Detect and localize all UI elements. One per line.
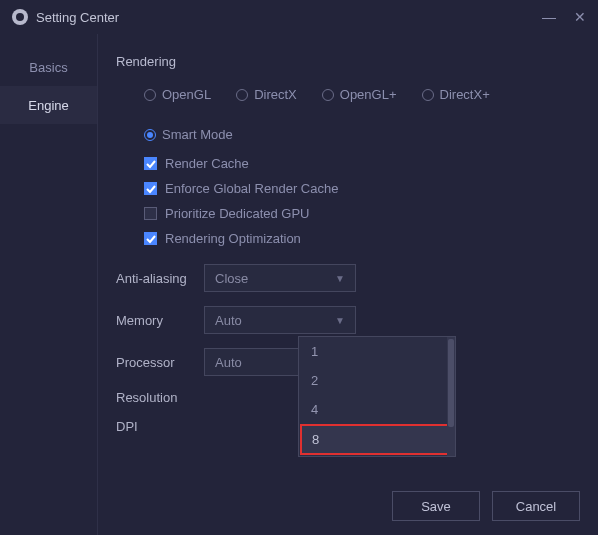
radio-label: OpenGL+	[340, 87, 397, 102]
select-anti-aliasing[interactable]: Close ▼	[204, 264, 356, 292]
option-label: 2	[311, 373, 318, 388]
save-button[interactable]: Save	[392, 491, 480, 521]
dropdown-option-highlighted[interactable]: 8	[300, 424, 454, 455]
row-memory: Memory Auto ▼	[116, 306, 572, 334]
select-value: Close	[215, 271, 248, 286]
sidebar: Basics Engine	[0, 34, 98, 535]
chevron-down-icon: ▼	[335, 273, 345, 284]
radio-directx-plus[interactable]: DirectX+	[422, 87, 490, 102]
footer-buttons: Save Cancel	[392, 491, 580, 521]
check-label: Rendering Optimization	[165, 231, 301, 246]
check-label: Prioritize Dedicated GPU	[165, 206, 310, 221]
checkbox-icon	[144, 157, 157, 170]
check-label: Render Cache	[165, 156, 249, 171]
radio-opengl-plus[interactable]: OpenGL+	[322, 87, 397, 102]
sidebar-item-engine[interactable]: Engine	[0, 86, 97, 124]
row-label: Resolution	[116, 390, 204, 405]
row-label: Memory	[116, 313, 204, 328]
render-checkboxes: Render Cache Enforce Global Render Cache…	[116, 156, 572, 246]
radio-dot-icon	[144, 129, 156, 141]
row-label: Processor	[116, 355, 204, 370]
dropdown-option[interactable]: 1	[299, 337, 455, 366]
main-panel: Rendering OpenGL DirectX OpenGL+ DirectX…	[98, 34, 598, 535]
option-label: 4	[311, 402, 318, 417]
radio-label: Smart Mode	[162, 127, 233, 142]
sidebar-item-label: Basics	[29, 60, 67, 75]
processor-dropdown: 1 2 4 8	[298, 336, 456, 457]
radio-label: OpenGL	[162, 87, 211, 102]
sidebar-item-label: Engine	[28, 98, 68, 113]
select-value: Auto	[215, 313, 242, 328]
section-header: Rendering	[116, 54, 572, 69]
row-label: Anti-aliasing	[116, 271, 204, 286]
option-label: 1	[311, 344, 318, 359]
window-controls: — ✕	[542, 10, 586, 24]
button-label: Save	[421, 499, 451, 514]
radio-dot-icon	[322, 89, 334, 101]
chevron-down-icon: ▼	[335, 315, 345, 326]
radio-directx[interactable]: DirectX	[236, 87, 297, 102]
checkbox-icon	[144, 182, 157, 195]
radio-smart-mode[interactable]: Smart Mode	[144, 127, 233, 142]
render-mode-radios: OpenGL DirectX OpenGL+ DirectX+ Smart Mo…	[116, 87, 572, 142]
radio-dot-icon	[422, 89, 434, 101]
check-enforce-global-render-cache[interactable]: Enforce Global Render Cache	[144, 181, 572, 196]
window-title: Setting Center	[36, 10, 119, 25]
row-label: DPI	[116, 419, 204, 434]
dropdown-scrollbar[interactable]	[447, 337, 455, 456]
minimize-icon[interactable]: —	[542, 10, 556, 24]
radio-dot-icon	[236, 89, 248, 101]
radio-opengl[interactable]: OpenGL	[144, 87, 211, 102]
radio-dot-icon	[144, 89, 156, 101]
check-label: Enforce Global Render Cache	[165, 181, 338, 196]
close-icon[interactable]: ✕	[574, 10, 586, 24]
sidebar-item-basics[interactable]: Basics	[0, 48, 97, 86]
select-value: Auto	[215, 355, 242, 370]
row-anti-aliasing: Anti-aliasing Close ▼	[116, 264, 572, 292]
titlebar: Setting Center — ✕	[0, 0, 598, 34]
content-area: Basics Engine Rendering OpenGL DirectX O…	[0, 34, 598, 535]
dropdown-option[interactable]: 2	[299, 366, 455, 395]
select-memory[interactable]: Auto ▼	[204, 306, 356, 334]
cancel-button[interactable]: Cancel	[492, 491, 580, 521]
checkbox-icon	[144, 232, 157, 245]
checkbox-icon	[144, 207, 157, 220]
app-icon	[12, 9, 28, 25]
radio-label: DirectX	[254, 87, 297, 102]
button-label: Cancel	[516, 499, 556, 514]
radio-label: DirectX+	[440, 87, 490, 102]
check-rendering-optimization[interactable]: Rendering Optimization	[144, 231, 572, 246]
check-prioritize-dedicated-gpu[interactable]: Prioritize Dedicated GPU	[144, 206, 572, 221]
check-render-cache[interactable]: Render Cache	[144, 156, 572, 171]
dropdown-option[interactable]: 4	[299, 395, 455, 424]
option-label: 8	[312, 432, 319, 447]
